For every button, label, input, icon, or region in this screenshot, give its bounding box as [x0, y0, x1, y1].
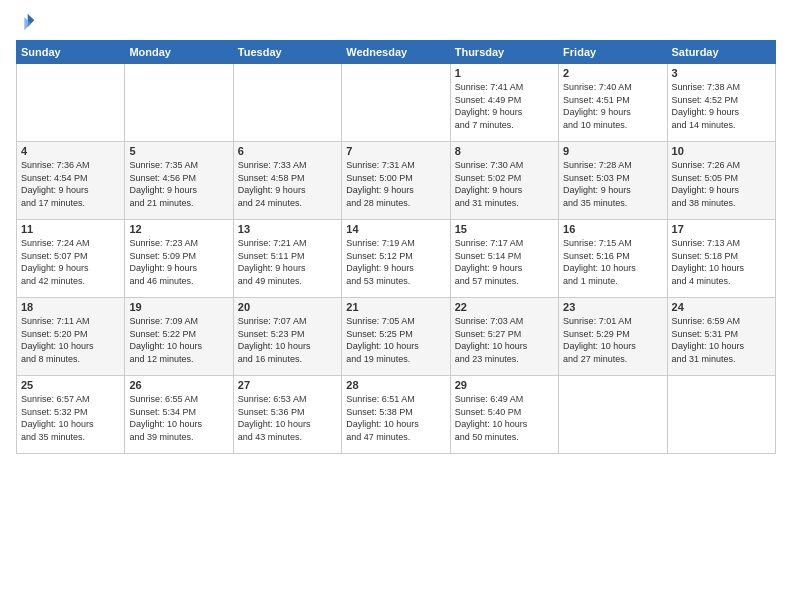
day-number: 6: [238, 145, 337, 157]
weekday-header: Thursday: [450, 41, 558, 64]
calendar-table: SundayMondayTuesdayWednesdayThursdayFrid…: [16, 40, 776, 454]
day-info: Sunrise: 7:09 AM Sunset: 5:22 PM Dayligh…: [129, 315, 228, 365]
calendar-cell: 27Sunrise: 6:53 AM Sunset: 5:36 PM Dayli…: [233, 376, 341, 454]
calendar-cell: 7Sunrise: 7:31 AM Sunset: 5:00 PM Daylig…: [342, 142, 450, 220]
day-number: 12: [129, 223, 228, 235]
day-number: 18: [21, 301, 120, 313]
day-number: 14: [346, 223, 445, 235]
calendar-cell: 5Sunrise: 7:35 AM Sunset: 4:56 PM Daylig…: [125, 142, 233, 220]
day-info: Sunrise: 7:03 AM Sunset: 5:27 PM Dayligh…: [455, 315, 554, 365]
day-number: 7: [346, 145, 445, 157]
weekday-header: Wednesday: [342, 41, 450, 64]
weekday-header: Saturday: [667, 41, 775, 64]
calendar-cell: 19Sunrise: 7:09 AM Sunset: 5:22 PM Dayli…: [125, 298, 233, 376]
calendar-cell: 28Sunrise: 6:51 AM Sunset: 5:38 PM Dayli…: [342, 376, 450, 454]
day-info: Sunrise: 7:21 AM Sunset: 5:11 PM Dayligh…: [238, 237, 337, 287]
calendar-cell: 15Sunrise: 7:17 AM Sunset: 5:14 PM Dayli…: [450, 220, 558, 298]
day-number: 26: [129, 379, 228, 391]
day-info: Sunrise: 7:05 AM Sunset: 5:25 PM Dayligh…: [346, 315, 445, 365]
day-number: 1: [455, 67, 554, 79]
calendar-cell: [667, 376, 775, 454]
calendar-body: 1Sunrise: 7:41 AM Sunset: 4:49 PM Daylig…: [17, 64, 776, 454]
logo: [16, 12, 40, 32]
day-number: 29: [455, 379, 554, 391]
day-info: Sunrise: 7:35 AM Sunset: 4:56 PM Dayligh…: [129, 159, 228, 209]
calendar-cell: 22Sunrise: 7:03 AM Sunset: 5:27 PM Dayli…: [450, 298, 558, 376]
calendar-cell: 23Sunrise: 7:01 AM Sunset: 5:29 PM Dayli…: [559, 298, 667, 376]
calendar-cell: [233, 64, 341, 142]
day-info: Sunrise: 7:30 AM Sunset: 5:02 PM Dayligh…: [455, 159, 554, 209]
calendar-cell: 20Sunrise: 7:07 AM Sunset: 5:23 PM Dayli…: [233, 298, 341, 376]
day-info: Sunrise: 7:41 AM Sunset: 4:49 PM Dayligh…: [455, 81, 554, 131]
day-info: Sunrise: 7:33 AM Sunset: 4:58 PM Dayligh…: [238, 159, 337, 209]
day-number: 2: [563, 67, 662, 79]
logo-icon: [16, 12, 36, 32]
day-info: Sunrise: 7:17 AM Sunset: 5:14 PM Dayligh…: [455, 237, 554, 287]
day-number: 28: [346, 379, 445, 391]
calendar-week-row: 11Sunrise: 7:24 AM Sunset: 5:07 PM Dayli…: [17, 220, 776, 298]
calendar-week-row: 18Sunrise: 7:11 AM Sunset: 5:20 PM Dayli…: [17, 298, 776, 376]
calendar-cell: 11Sunrise: 7:24 AM Sunset: 5:07 PM Dayli…: [17, 220, 125, 298]
calendar-cell: 6Sunrise: 7:33 AM Sunset: 4:58 PM Daylig…: [233, 142, 341, 220]
day-number: 3: [672, 67, 771, 79]
weekday-header: Tuesday: [233, 41, 341, 64]
calendar-cell: 3Sunrise: 7:38 AM Sunset: 4:52 PM Daylig…: [667, 64, 775, 142]
calendar-cell: 25Sunrise: 6:57 AM Sunset: 5:32 PM Dayli…: [17, 376, 125, 454]
weekday-header: Sunday: [17, 41, 125, 64]
calendar-cell: 21Sunrise: 7:05 AM Sunset: 5:25 PM Dayli…: [342, 298, 450, 376]
day-info: Sunrise: 7:13 AM Sunset: 5:18 PM Dayligh…: [672, 237, 771, 287]
weekday-header: Monday: [125, 41, 233, 64]
day-info: Sunrise: 6:55 AM Sunset: 5:34 PM Dayligh…: [129, 393, 228, 443]
calendar-cell: 8Sunrise: 7:30 AM Sunset: 5:02 PM Daylig…: [450, 142, 558, 220]
day-info: Sunrise: 7:07 AM Sunset: 5:23 PM Dayligh…: [238, 315, 337, 365]
day-info: Sunrise: 6:57 AM Sunset: 5:32 PM Dayligh…: [21, 393, 120, 443]
calendar-cell: [125, 64, 233, 142]
day-number: 19: [129, 301, 228, 313]
calendar-cell: 29Sunrise: 6:49 AM Sunset: 5:40 PM Dayli…: [450, 376, 558, 454]
day-number: 24: [672, 301, 771, 313]
weekday-header: Friday: [559, 41, 667, 64]
day-number: 20: [238, 301, 337, 313]
header-row: SundayMondayTuesdayWednesdayThursdayFrid…: [17, 41, 776, 64]
day-info: Sunrise: 7:26 AM Sunset: 5:05 PM Dayligh…: [672, 159, 771, 209]
calendar-cell: 24Sunrise: 6:59 AM Sunset: 5:31 PM Dayli…: [667, 298, 775, 376]
calendar-week-row: 1Sunrise: 7:41 AM Sunset: 4:49 PM Daylig…: [17, 64, 776, 142]
day-info: Sunrise: 7:11 AM Sunset: 5:20 PM Dayligh…: [21, 315, 120, 365]
day-number: 22: [455, 301, 554, 313]
calendar-cell: 9Sunrise: 7:28 AM Sunset: 5:03 PM Daylig…: [559, 142, 667, 220]
calendar-cell: 12Sunrise: 7:23 AM Sunset: 5:09 PM Dayli…: [125, 220, 233, 298]
header: [16, 12, 776, 32]
day-number: 16: [563, 223, 662, 235]
day-number: 15: [455, 223, 554, 235]
day-info: Sunrise: 7:24 AM Sunset: 5:07 PM Dayligh…: [21, 237, 120, 287]
day-info: Sunrise: 7:28 AM Sunset: 5:03 PM Dayligh…: [563, 159, 662, 209]
day-info: Sunrise: 6:59 AM Sunset: 5:31 PM Dayligh…: [672, 315, 771, 365]
calendar-header: SundayMondayTuesdayWednesdayThursdayFrid…: [17, 41, 776, 64]
calendar-cell: [17, 64, 125, 142]
day-info: Sunrise: 6:53 AM Sunset: 5:36 PM Dayligh…: [238, 393, 337, 443]
day-number: 21: [346, 301, 445, 313]
day-info: Sunrise: 7:36 AM Sunset: 4:54 PM Dayligh…: [21, 159, 120, 209]
calendar-week-row: 25Sunrise: 6:57 AM Sunset: 5:32 PM Dayli…: [17, 376, 776, 454]
day-number: 25: [21, 379, 120, 391]
calendar-cell: 4Sunrise: 7:36 AM Sunset: 4:54 PM Daylig…: [17, 142, 125, 220]
day-info: Sunrise: 7:19 AM Sunset: 5:12 PM Dayligh…: [346, 237, 445, 287]
day-number: 11: [21, 223, 120, 235]
day-info: Sunrise: 6:49 AM Sunset: 5:40 PM Dayligh…: [455, 393, 554, 443]
day-info: Sunrise: 7:15 AM Sunset: 5:16 PM Dayligh…: [563, 237, 662, 287]
day-info: Sunrise: 7:31 AM Sunset: 5:00 PM Dayligh…: [346, 159, 445, 209]
day-number: 10: [672, 145, 771, 157]
calendar-week-row: 4Sunrise: 7:36 AM Sunset: 4:54 PM Daylig…: [17, 142, 776, 220]
day-number: 23: [563, 301, 662, 313]
day-number: 8: [455, 145, 554, 157]
calendar-cell: 13Sunrise: 7:21 AM Sunset: 5:11 PM Dayli…: [233, 220, 341, 298]
day-info: Sunrise: 6:51 AM Sunset: 5:38 PM Dayligh…: [346, 393, 445, 443]
day-info: Sunrise: 7:38 AM Sunset: 4:52 PM Dayligh…: [672, 81, 771, 131]
day-number: 27: [238, 379, 337, 391]
day-info: Sunrise: 7:01 AM Sunset: 5:29 PM Dayligh…: [563, 315, 662, 365]
day-number: 17: [672, 223, 771, 235]
day-number: 13: [238, 223, 337, 235]
calendar-cell: [559, 376, 667, 454]
day-number: 4: [21, 145, 120, 157]
calendar-cell: 14Sunrise: 7:19 AM Sunset: 5:12 PM Dayli…: [342, 220, 450, 298]
